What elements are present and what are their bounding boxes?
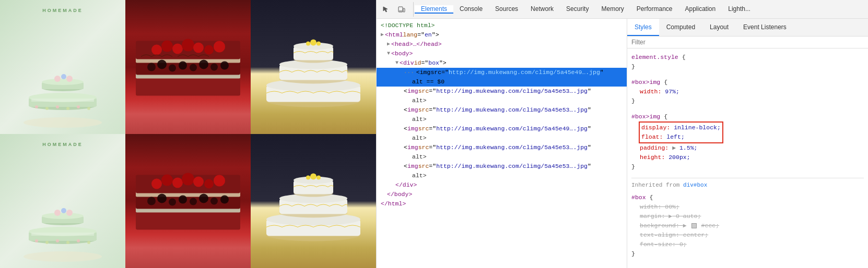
html-line-html[interactable]: ▶ <html lang="en">	[377, 30, 627, 40]
svg-point-33	[182, 39, 194, 52]
device-icon-btn[interactable]	[394, 2, 409, 17]
css-selector-box-img-2: #box>img {	[631, 112, 864, 121]
html-line-alt-selected[interactable]: alt == $0	[377, 77, 627, 87]
image-panel: HOMEMADE	[0, 0, 376, 268]
svg-point-80	[161, 175, 173, 186]
mint-cake-svg-2	[21, 190, 104, 263]
svg-point-48	[316, 42, 321, 46]
css-rule-box-img-1: #box>img { width: 97%; }	[631, 78, 864, 106]
svg-point-22	[147, 63, 156, 71]
svg-point-58	[77, 239, 80, 242]
html-panel[interactable]: <!DOCTYPE html> ▶ <html lang="en"> ▶ <he…	[377, 19, 627, 268]
html-line-div-box[interactable]: ▼ <div id="box">	[377, 58, 627, 68]
filter-bar	[627, 36, 868, 48]
subtab-computed[interactable]: Computed	[659, 19, 702, 36]
expand-body[interactable]: ▼	[387, 49, 390, 58]
svg-point-83	[193, 177, 204, 187]
svg-point-74	[179, 196, 187, 204]
devtools-body: <!DOCTYPE html> ▶ <html lang="en"> ▶ <he…	[377, 19, 868, 268]
homemade-label-2: HOMEMADE	[42, 142, 83, 147]
expand-div[interactable]: ▼	[395, 58, 398, 68]
svg-point-7	[56, 105, 59, 108]
svg-point-46	[310, 40, 316, 46]
styles-subtabs: Styles Computed Layout Event Listeners	[627, 19, 868, 36]
svg-point-81	[172, 178, 183, 188]
svg-point-27	[199, 60, 208, 69]
svg-point-72	[157, 194, 167, 203]
html-line-close-div: </div>	[377, 180, 627, 190]
tab-application[interactable]: Application	[679, 5, 722, 14]
html-line-close-html: </html>	[377, 199, 627, 209]
css-selector-element-style: element.style {	[631, 53, 864, 62]
svg-point-24	[169, 65, 176, 72]
svg-point-62	[42, 213, 84, 219]
svg-point-79	[151, 179, 162, 189]
svg-point-54	[35, 239, 38, 242]
svg-rect-4	[31, 99, 94, 102]
devtools-tabs: Elements Console Sources Network Securit…	[415, 5, 866, 14]
cursor-icon-btn[interactable]	[379, 2, 393, 17]
svg-point-96	[306, 176, 310, 180]
svg-point-29	[220, 62, 229, 70]
svg-point-13	[42, 79, 84, 85]
svg-point-97	[316, 176, 321, 180]
css-prop-height: height: 200px;	[631, 153, 864, 162]
html-line-img-6[interactable]: <img src="http://img.mukewang.com/climg/…	[377, 162, 627, 171]
html-line-img-3[interactable]: <img src="http://img.mukewang.com/climg/…	[377, 105, 627, 115]
dots-menu[interactable]: ···	[404, 68, 414, 77]
html-line-alt-4: alt>	[377, 133, 627, 143]
svg-point-9	[77, 105, 80, 108]
expand-head[interactable]: ▶	[387, 40, 390, 49]
svg-point-49	[24, 251, 102, 262]
css-rule-box-img-2: #box>img { display: inline-block; float:…	[631, 112, 864, 172]
css-prop-inh-margin: margin: ▶ 0 auto;	[631, 212, 864, 221]
tab-performance[interactable]: Performance	[630, 5, 679, 14]
devtools-panel: Elements Console Sources Network Securit…	[376, 0, 868, 268]
html-line-body[interactable]: ▼ <body>	[377, 49, 627, 58]
svg-point-73	[169, 199, 176, 206]
berry-cake-svg-2	[125, 134, 251, 268]
svg-point-77	[210, 198, 218, 205]
svg-point-64	[61, 208, 66, 213]
cake-image-mint-1: HOMEMADE	[0, 0, 125, 134]
svg-point-47	[306, 42, 310, 46]
svg-point-0	[24, 117, 102, 128]
tab-sources[interactable]: Sources	[489, 5, 524, 14]
mint-cake-svg	[21, 56, 104, 129]
html-line-img-4[interactable]: <img src="http://img.mukewang.com/climg/…	[377, 124, 627, 133]
tab-elements[interactable]: Elements	[415, 5, 453, 14]
css-selector-box-img-1: #box>img {	[631, 78, 864, 87]
html-line-alt-5: alt>	[377, 152, 627, 162]
html-line-head[interactable]: ▶ <head>…</head>	[377, 40, 627, 49]
svg-point-23	[157, 60, 167, 69]
svg-point-25	[179, 62, 187, 70]
subtab-layout[interactable]: Layout	[702, 19, 736, 36]
css-prop-inh-font-size: font-size: 0;	[631, 240, 864, 249]
color-swatch-ccc	[691, 223, 697, 228]
tab-lighthouse[interactable]: Lighth...	[722, 5, 757, 14]
berry-cake-svg	[125, 0, 251, 134]
css-prop-width: width: 97%;	[631, 87, 864, 96]
yellow-cake-svg-2	[251, 134, 376, 268]
subtab-event-listeners[interactable]: Event Listeners	[736, 19, 794, 36]
css-close-box: }	[631, 249, 864, 259]
svg-point-57	[66, 241, 69, 244]
expand-html[interactable]: ▶	[381, 30, 384, 40]
tab-memory[interactable]: Memory	[595, 5, 630, 14]
html-line-img-selected-1[interactable]: ··· <img src="http://img.mukewang.com/cl…	[377, 68, 627, 77]
html-line-alt-3: alt>	[377, 115, 627, 124]
css-close-2: }	[631, 96, 864, 106]
html-line-img-5[interactable]: <img src="http://img.mukewang.com/climg/…	[377, 143, 627, 152]
html-line-img-2[interactable]: <img src="http://img.mukewang.com/climg/…	[377, 87, 627, 96]
filter-input[interactable]	[631, 39, 864, 46]
styles-content[interactable]: element.style { } #box>img { width: 97%;	[627, 48, 868, 268]
subtab-styles[interactable]: Styles	[627, 19, 659, 36]
svg-point-34	[193, 43, 204, 53]
html-line-doctype: <!DOCTYPE html>	[377, 21, 627, 30]
tab-console[interactable]: Console	[453, 5, 489, 14]
tab-security[interactable]: Security	[560, 5, 595, 14]
svg-point-15	[61, 74, 66, 79]
svg-point-8	[66, 107, 69, 110]
tab-network[interactable]: Network	[524, 5, 560, 14]
styles-panel: Styles Computed Layout Event Listeners e…	[627, 19, 868, 268]
